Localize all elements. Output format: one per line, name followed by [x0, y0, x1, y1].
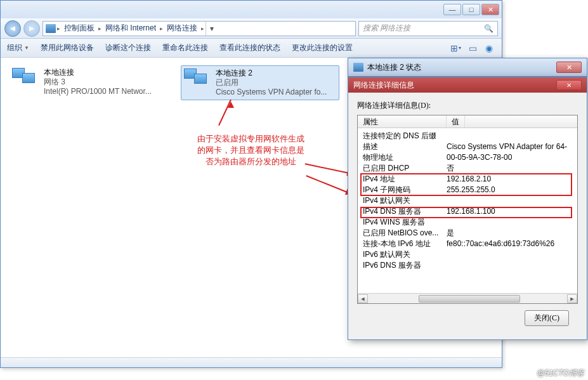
property-cell: 连接-本地 IPv6 地址 [363, 239, 447, 249]
property-cell: IPv4 地址 [363, 174, 447, 185]
help-icon[interactable]: ◉ [483, 42, 495, 55]
horizontal-scrollbar[interactable]: ◄ ► [358, 293, 577, 303]
chevron-right-icon: ▸ [201, 25, 204, 32]
value-cell: 255.255.255.0 [447, 185, 572, 195]
table-row[interactable]: IPv4 默认网关 [358, 195, 577, 206]
details-table: 属性 值 连接特定的 DNS 后缀描述Cisco Systems VPN Ada… [357, 115, 578, 304]
table-row[interactable]: IPv4 WINS 服务器 [358, 217, 577, 228]
connection-item-selected[interactable]: 本地连接 2 已启用 Cisco Systems VPN Adapter fo.… [181, 65, 339, 100]
property-cell: 物理地址 [363, 152, 447, 163]
change-settings-button[interactable]: 更改此连接的设置 [292, 43, 353, 53]
value-cell [447, 195, 572, 206]
connection-info: 本地连接 网络 3 Intel(R) PRO/1000 MT Networ... [44, 68, 166, 96]
table-row[interactable]: 连接-本地 IPv6 地址fe80::70ac:e4a6:d619:73d6%2… [358, 239, 577, 249]
col-value[interactable]: 值 [447, 115, 465, 128]
table-row[interactable]: IPv4 DNS 服务器192.168.1.100 [358, 206, 577, 217]
scroll-thumb[interactable] [419, 295, 520, 303]
toolbar: 组织▼ 禁用此网络设备 诊断这个连接 重命名此连接 查看此连接的状态 更改此连接… [1, 39, 502, 58]
property-cell: IPv4 默认网关 [363, 195, 447, 206]
property-cell: 描述 [363, 141, 447, 152]
diagnose-button[interactable]: 诊断这个连接 [105, 43, 151, 53]
col-property[interactable]: 属性 [358, 115, 447, 128]
search-icon: 🔍 [484, 24, 493, 33]
table-row[interactable]: IPv6 默认网关 [358, 249, 577, 260]
connection-info: 本地连接 2 已启用 Cisco Systems VPN Adapter fo.… [216, 69, 336, 97]
annotation-text: 由于安装虚拟专用网软件生成的网卡，并且查看网卡信息是否为路由器所分发的地址 [197, 133, 304, 167]
details-dialog-titlebar: 网络连接详细信息 ✕ [348, 77, 587, 93]
chevron-right-icon: ▸ [160, 25, 163, 32]
close-button[interactable]: ✕ [556, 62, 582, 73]
breadcrumb-dropdown[interactable]: ▾ [206, 22, 217, 36]
scroll-left-button[interactable]: ◄ [358, 294, 368, 303]
search-input[interactable]: 搜索 网络连接 🔍 [358, 21, 498, 36]
status-dialog-titlebar: 本地连接 2 状态 ✕ [348, 58, 587, 77]
bc-network-internet[interactable]: 网络和 Internet [103, 23, 159, 34]
table-body: 连接特定的 DNS 后缀描述Cisco Systems VPN Adapter … [358, 128, 577, 273]
property-cell: IPv6 DNS 服务器 [363, 260, 447, 271]
details-dialog-title: 网络连接详细信息 [353, 80, 414, 91]
disable-device-button[interactable]: 禁用此网络设备 [41, 43, 94, 53]
value-cell: 192.168.2.10 [447, 174, 572, 185]
table-row[interactable]: 已启用 DHCP否 [358, 163, 577, 174]
details-label: 网络连接详细信息(D): [357, 100, 578, 111]
status-bar [1, 357, 502, 367]
nav-bar: ◄ ► ▸ 控制面板 ▸ 网络和 Internet ▸ 网络连接 ▸ ▾ 搜索 … [1, 18, 502, 39]
table-row[interactable]: 已启用 NetBIOS ove...是 [358, 228, 577, 239]
table-row[interactable]: 描述Cisco Systems VPN Adapter for 64- [358, 141, 577, 152]
property-cell: IPv4 WINS 服务器 [363, 217, 447, 228]
forward-button[interactable]: ► [23, 20, 40, 37]
organize-menu[interactable]: 组织▼ [7, 43, 29, 53]
nic-icon [353, 63, 363, 72]
close-button[interactable]: ✕ [481, 4, 499, 15]
watermark: @51CTO博客 [537, 368, 584, 379]
table-row[interactable]: IPv4 子网掩码255.255.255.0 [358, 185, 577, 195]
network-icon [46, 24, 56, 33]
table-header: 属性 值 [358, 115, 577, 128]
value-cell [447, 249, 572, 260]
value-cell: Cisco Systems VPN Adapter for 64- [447, 141, 572, 152]
scroll-right-button[interactable]: ► [567, 294, 577, 303]
value-cell: fe80::70ac:e4a6:d619:73d6%26 [447, 239, 572, 249]
maximize-button[interactable]: □ [462, 4, 480, 15]
table-row[interactable]: IPv6 DNS 服务器 [358, 260, 577, 271]
value-cell: 否 [447, 163, 572, 174]
breadcrumb[interactable]: ▸ 控制面板 ▸ 网络和 Internet ▸ 网络连接 ▸ ▾ [42, 21, 356, 36]
preview-pane-icon[interactable]: ▭ [466, 42, 479, 55]
search-placeholder: 搜索 网络连接 [363, 23, 410, 34]
rename-button[interactable]: 重命名此连接 [162, 43, 208, 53]
minimize-button[interactable]: ― [443, 4, 461, 15]
bc-control-panel[interactable]: 控制面板 [62, 23, 97, 34]
network-adapter-icon [184, 69, 211, 91]
table-row[interactable]: 物理地址00-05-9A-3C-78-00 [358, 152, 577, 163]
chevron-right-icon: ▸ [98, 25, 101, 32]
value-cell: 192.168.1.100 [447, 206, 572, 217]
close-button[interactable]: ✕ [556, 80, 582, 90]
back-button[interactable]: ◄ [4, 20, 21, 37]
view-mode-icon[interactable]: ⊞▼ [450, 42, 462, 55]
property-cell: 已启用 NetBIOS ove... [363, 228, 447, 239]
table-row[interactable]: 连接特定的 DNS 后缀 [358, 131, 577, 141]
table-row[interactable]: IPv4 地址192.168.2.10 [358, 174, 577, 185]
chevron-right-icon: ▸ [57, 25, 60, 32]
status-dialog-title: 本地连接 2 状态 [367, 62, 552, 73]
property-cell: 连接特定的 DNS 后缀 [363, 131, 447, 141]
title-bar: ― □ ✕ [1, 1, 502, 18]
close-dialog-button[interactable]: 关闭(C) [525, 310, 569, 326]
bc-network-connections[interactable]: 网络连接 [164, 23, 200, 34]
property-cell: 已启用 DHCP [363, 163, 447, 174]
property-cell: IPv4 子网掩码 [363, 185, 447, 195]
value-cell: 00-05-9A-3C-78-00 [447, 152, 572, 163]
value-cell [447, 217, 572, 228]
connection-item[interactable]: 本地连接 网络 3 Intel(R) PRO/1000 MT Networ... [10, 65, 168, 99]
network-adapter-icon [12, 68, 39, 91]
view-status-button[interactable]: 查看此连接的状态 [219, 43, 280, 53]
property-cell: IPv6 默认网关 [363, 249, 447, 260]
value-cell [447, 131, 572, 141]
value-cell: 是 [447, 228, 572, 239]
value-cell [447, 260, 572, 271]
property-cell: IPv4 DNS 服务器 [363, 206, 447, 217]
details-dialog: 网络连接详细信息 ✕ 网络连接详细信息(D): 属性 值 连接特定的 DNS 后… [348, 77, 587, 340]
